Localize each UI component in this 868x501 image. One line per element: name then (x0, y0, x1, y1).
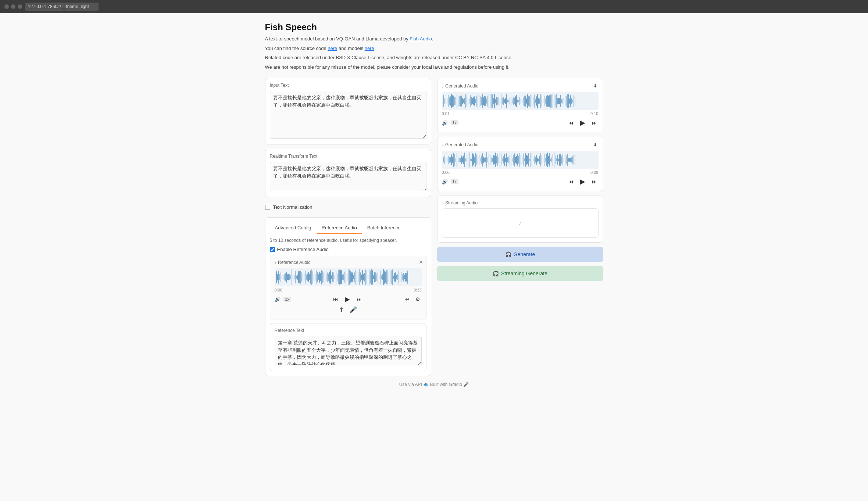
fish-audio-link[interactable]: Fish Audio (410, 36, 432, 42)
page-title: Fish Speech (265, 22, 603, 32)
realtime-label: Realtime Transform Text (270, 154, 426, 159)
ref-time-end: 0:33 (414, 288, 421, 292)
gen2-time-start: 0:00 (442, 170, 450, 175)
gen1-rewind[interactable]: ⏮ (567, 119, 575, 126)
generated-audio-panel-2: ♪ Generated Audio ⬇ 0:00 0:09 🔊 1x ⏮ ▶ ⏭ (437, 137, 603, 191)
input-text-panel: Input Text 要不是族长是他的父亲，这种废物，早就被驱赶出家族，任其自生… (265, 78, 431, 144)
generate-label: Generate (514, 251, 535, 257)
realtime-text-area[interactable]: 要不是族长是他的父亲，这种废物，早就被驱赶出家族，任其自生自灭了，哪还有机会待在… (270, 162, 426, 191)
gen2-speed[interactable]: 1x (451, 179, 459, 184)
streaming-label: ♪ Streaming Audio (442, 200, 599, 205)
rewind-btn[interactable]: ⏮ (332, 296, 340, 303)
enable-ref-row: Enable Reference Audio (270, 247, 426, 252)
browser-icon (18, 4, 22, 9)
gen1-forward[interactable]: ⏭ (590, 119, 599, 126)
ref-text-panel: Reference Text 第一章 荒藻的天才。斗之力，三段。望着测验魔石碑上… (270, 323, 426, 371)
footer-text: Use via API 🐟 Built with Gradio 🎤 (399, 382, 469, 387)
gen2-download-btn[interactable]: ⬇ (592, 142, 599, 148)
music-icon: ♪ (275, 260, 277, 265)
generate-button[interactable]: 🎧 Generate (437, 247, 603, 262)
streaming-generate-button[interactable]: 🎧 Streaming Generate (437, 266, 603, 281)
tabs-bar: Advanced Config Reference Audio Batch In… (270, 222, 426, 234)
gen1-time-end: 0:10 (590, 111, 598, 116)
input-text-area[interactable]: 要不是族长是他的父亲，这种废物，早就被驱赶出家族，任其自生自灭了，哪还有机会待在… (270, 91, 426, 139)
forward-btn[interactable]: ⏭ (355, 296, 363, 303)
gen2-time-row: 0:00 0:09 (442, 170, 599, 175)
gen2-label: ♪ Generated Audio (442, 142, 479, 147)
upload-btn[interactable]: ⬆ (339, 306, 344, 313)
generated-audio-panel-1: ♪ Generated Audio ⬇ 0:01 0:10 🔊 1x ⏮ ▶ ⏭ (437, 78, 603, 132)
play-btn[interactable]: ▶ (343, 294, 352, 304)
browser-icon (4, 4, 9, 9)
browser-bar: 127.0.0.1:7860/?__theme=light (0, 0, 868, 13)
gen1-download-btn[interactable]: ⬇ (592, 83, 599, 89)
upload-row: ⬆ 🎤 (275, 304, 422, 315)
ref-audio-close-btn[interactable]: ✕ (419, 259, 423, 265)
desc-1: A text-to-speech model based on VQ-GAN a… (265, 35, 603, 43)
realtime-transform-panel: Realtime Transform Text 要不是族长是他的父亲，这种废物，… (265, 149, 431, 197)
volume-icon-gen2: 🔊 (442, 179, 448, 185)
ref-audio-section: ✕ ♪ Reference Audio 0:00 0:33 (270, 256, 426, 319)
volume-icon: 🔊 (275, 297, 281, 302)
main-layout: Input Text 要不是族长是他的父亲，这种废物，早就被驱赶出家族，任其自生… (265, 78, 603, 376)
ref-text-area[interactable]: 第一章 荒藻的天才。斗之力，三段。望着测验魔石碑上面闪亮得基至有些刺眼的五个大字… (275, 336, 422, 365)
enable-ref-checkbox[interactable] (270, 247, 275, 252)
gen2-waveform (442, 151, 599, 169)
ref-time-start: 0:00 (275, 288, 282, 292)
text-norm-label: Text Normalization (273, 204, 312, 210)
tabs-panel: Advanced Config Reference Audio Batch In… (265, 217, 431, 376)
left-column: Input Text 要不是族长是他的父亲，这种废物，早就被驱赶出家族，任其自生… (265, 78, 431, 376)
gen2-header: ♪ Generated Audio ⬇ (442, 142, 599, 148)
ref-speed-badge[interactable]: 1x (283, 297, 292, 302)
streaming-generate-label: Streaming Generate (501, 271, 547, 276)
music-icon-gen1: ♪ (442, 84, 444, 88)
music-icon-gen2: ♪ (442, 143, 444, 147)
gen1-controls: 🔊 1x ⏮ ▶ ⏭ (442, 118, 599, 128)
text-norm-row: Text Normalization (265, 201, 431, 213)
gen1-time-start: 0:01 (442, 111, 450, 116)
streaming-audio-panel: ♪ Streaming Audio ♪ (437, 196, 603, 243)
ref-description: 5 to 10 seconds of reference audio, usef… (270, 238, 426, 243)
gen2-play[interactable]: ▶ (578, 177, 587, 186)
url-text: 127.0.0.1:7860/?__theme=light (28, 4, 89, 9)
enable-ref-label: Enable Reference Audio (277, 247, 329, 252)
gen1-time-row: 0:01 0:10 (442, 111, 599, 116)
url-bar[interactable]: 127.0.0.1:7860/?__theme=light (25, 3, 99, 11)
ref-audio-tab-content: 5 to 10 seconds of reference audio, usef… (270, 238, 426, 371)
gen2-controls: 🔊 1x ⏮ ▶ ⏭ (442, 177, 599, 186)
desc-3: Related code are released under BSD-3-Cl… (265, 54, 603, 61)
mic-btn[interactable]: 🎤 (350, 306, 357, 313)
settings-btn[interactable]: ⚙ (414, 296, 422, 303)
tab-batch-inference[interactable]: Batch Inference (362, 222, 406, 234)
gen1-speed[interactable]: 1x (451, 120, 459, 125)
ref-time-row: 0:00 0:33 (275, 288, 422, 292)
headphone-icon-stream: 🎧 (493, 271, 499, 276)
headphone-icon: 🎧 (505, 251, 511, 257)
models-link[interactable]: here (365, 46, 374, 51)
gen1-play[interactable]: ▶ (578, 118, 587, 128)
undo-btn[interactable]: ↩ (404, 296, 411, 303)
tab-advanced-config[interactable]: Advanced Config (270, 222, 317, 234)
gen2-rewind[interactable]: ⏮ (567, 178, 575, 185)
music-icon-streaming: ♪ (442, 201, 444, 205)
ref-audio-player: ✕ ♪ Reference Audio 0:00 0:33 (270, 256, 426, 319)
gen2-time-end: 0:09 (590, 170, 598, 175)
ref-audio-player-label: ♪ Reference Audio (275, 260, 422, 265)
gen1-label: ♪ Generated Audio (442, 83, 479, 89)
ref-controls-row: 🔊 1x ⏮ ▶ ⏭ ↩ ⚙ (275, 294, 422, 304)
volume-icon-gen1: 🔊 (442, 120, 448, 126)
description: A text-to-speech model based on VQ-GAN a… (265, 35, 603, 71)
source-code-link[interactable]: here (328, 46, 337, 51)
browser-icon (11, 4, 15, 9)
ref-text-label: Reference Text (275, 328, 422, 333)
browser-controls (4, 4, 22, 9)
input-text-label: Input Text (270, 83, 426, 88)
right-column: ♪ Generated Audio ⬇ 0:01 0:10 🔊 1x ⏮ ▶ ⏭ (437, 78, 603, 376)
gen2-forward[interactable]: ⏭ (590, 178, 599, 185)
tab-reference-audio[interactable]: Reference Audio (317, 222, 362, 234)
text-norm-checkbox[interactable] (265, 205, 270, 210)
footer: Use via API 🐟 Built with Gradio 🎤 (265, 376, 603, 390)
streaming-empty: ♪ (442, 208, 599, 238)
gen1-waveform (442, 92, 599, 110)
desc-4: We are not responsible for any misuse of… (265, 64, 603, 71)
